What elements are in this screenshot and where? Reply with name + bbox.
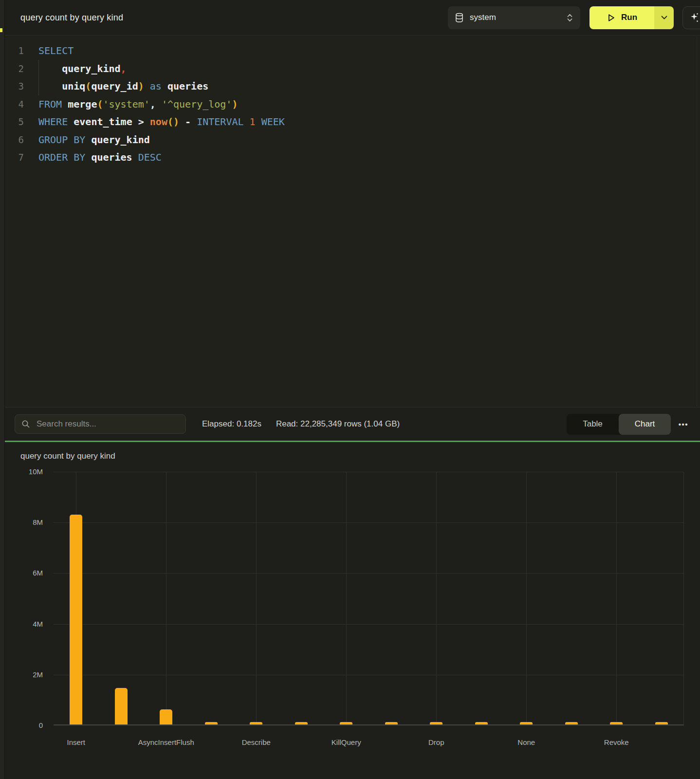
code-line: 2 query_kind,	[5, 60, 700, 78]
gridline	[616, 472, 617, 724]
code-line: 4FROM merge('system', '^query_log')	[5, 95, 700, 113]
gridline	[346, 472, 347, 724]
line-number: 2	[5, 63, 24, 74]
database-selector[interactable]: system	[448, 6, 580, 29]
y-tick-label: 8M	[12, 518, 43, 526]
chart-bar[interactable]	[295, 722, 308, 724]
more-options-button[interactable]: •••	[671, 414, 696, 435]
play-icon	[607, 13, 616, 22]
search-box[interactable]	[15, 414, 186, 434]
sql-console: query count by query kind system	[0, 0, 700, 779]
code-line: 5WHERE event_time > now() - INTERVAL 1 W…	[5, 113, 700, 131]
topbar-actions: system	[448, 6, 700, 29]
x-tick-label: AsyncInsertFlush	[138, 738, 194, 746]
database-name: system	[470, 13, 496, 22]
chart-bar[interactable]	[115, 688, 128, 724]
chart-bar[interactable]	[70, 515, 82, 724]
chart-bar[interactable]	[430, 722, 442, 724]
line-number: 3	[5, 81, 24, 92]
code-lines: 1SELECT2 query_kind,3 uniq(query_id) as …	[5, 42, 700, 167]
gridline	[54, 472, 683, 472]
code-line: 3 uniq(query_id) as queries	[5, 77, 700, 95]
chart-bar[interactable]	[610, 722, 623, 724]
results-toolbar: Elapsed: 0.182s Read: 22,285,349 rows (1…	[5, 407, 700, 441]
chart-bar[interactable]	[340, 722, 352, 724]
ai-assist-button[interactable]	[682, 6, 700, 29]
x-tick-label: Revoke	[604, 738, 629, 746]
chart-bar[interactable]	[250, 722, 262, 724]
chart-bar[interactable]	[655, 722, 668, 724]
run-options-button[interactable]	[654, 6, 674, 29]
chevron-up-down-icon	[567, 13, 573, 22]
database-icon	[455, 13, 463, 23]
code-line: 1SELECT	[5, 42, 700, 60]
x-tick-label: None	[517, 738, 535, 746]
active-tab-indicator	[0, 28, 2, 32]
line-number: 6	[5, 134, 24, 145]
gridline	[166, 472, 166, 724]
chart-bar[interactable]	[385, 722, 398, 724]
gridline	[54, 675, 683, 675]
chart-panel: query count by query kind 02M4M6M8M10M I…	[5, 442, 700, 779]
run-button[interactable]: Run	[589, 6, 654, 29]
main-area: query count by query kind system	[5, 0, 700, 779]
x-tick-label: Describe	[242, 738, 271, 746]
chart-bar[interactable]	[160, 709, 172, 724]
line-number: 1	[5, 45, 24, 56]
line-number: 4	[5, 99, 24, 110]
line-number: 7	[5, 152, 24, 163]
read-stat: Read: 22,285,349 rows (1.04 GB)	[276, 419, 400, 429]
run-label: Run	[621, 13, 637, 22]
search-icon	[21, 420, 30, 428]
gridline	[54, 573, 683, 574]
chart-title: query count by query kind	[20, 451, 115, 461]
gridline	[436, 472, 437, 724]
y-tick-label: 10M	[12, 467, 43, 476]
elapsed-stat: Elapsed: 0.182s	[202, 419, 261, 429]
sql-editor[interactable]: 1SELECT2 query_kind,3 uniq(query_id) as …	[5, 36, 700, 407]
gridline	[526, 472, 527, 724]
tab-chart[interactable]: Chart	[619, 414, 671, 435]
chart-bar[interactable]	[520, 722, 533, 724]
chart-bar[interactable]	[565, 722, 578, 724]
y-tick-label: 0	[12, 721, 43, 729]
chevron-down-icon	[661, 16, 667, 19]
x-tick-label: Drop	[428, 738, 444, 746]
chart-bar[interactable]	[205, 722, 218, 724]
x-tick-label: Insert	[67, 738, 85, 746]
sparkle-icon	[689, 12, 700, 23]
gridline	[54, 624, 683, 625]
run-button-group: Run	[589, 6, 674, 29]
gridline	[54, 522, 683, 523]
left-edge-strip	[0, 0, 5, 779]
editor-scrollbar-track[interactable]	[697, 37, 697, 406]
x-tick-label: KillQuery	[332, 738, 361, 746]
line-number: 5	[5, 116, 24, 127]
query-title: query count by query kind	[20, 13, 123, 23]
y-tick-label: 6M	[12, 569, 43, 577]
search-input[interactable]	[36, 419, 179, 429]
code-line: 7ORDER BY queries DESC	[5, 148, 700, 167]
gridline	[256, 472, 257, 724]
code-line: 6GROUP BY query_kind	[5, 131, 700, 149]
bar-chart-plot	[54, 472, 684, 725]
view-toggle: Table Chart	[567, 414, 671, 435]
chart-bar[interactable]	[475, 722, 488, 724]
y-tick-label: 4M	[12, 620, 43, 628]
topbar: query count by query kind system	[5, 0, 700, 36]
tab-table[interactable]: Table	[567, 414, 619, 435]
y-tick-label: 2M	[12, 670, 43, 679]
horizontal-ellipsis-icon: •••	[679, 420, 688, 428]
